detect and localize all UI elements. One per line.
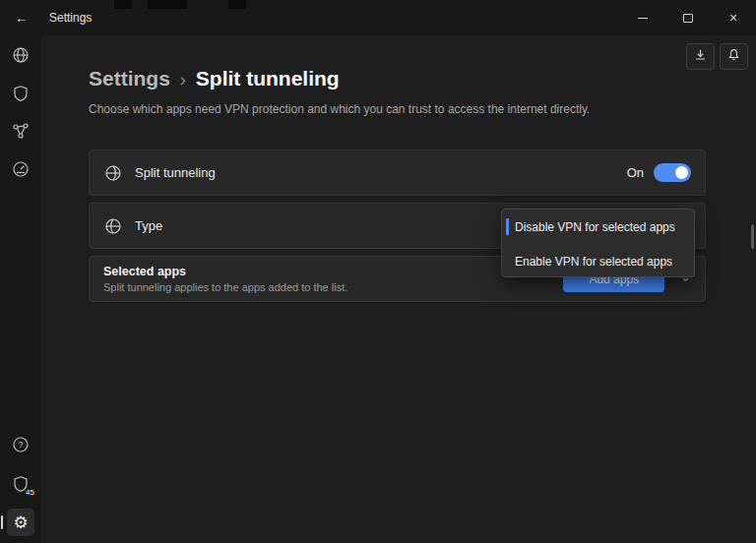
- breadcrumb: Settings › Split tunneling: [89, 67, 340, 90]
- sidebar-item-help[interactable]: ?: [11, 435, 31, 454]
- speedometer-icon: [11, 159, 31, 179]
- download-button[interactable]: [686, 43, 715, 70]
- breadcrumb-settings-link[interactable]: Settings: [89, 67, 170, 90]
- main-content: Settings › Split tunneling Choose which …: [41, 35, 756, 543]
- toggle-knob: [675, 166, 688, 179]
- type-dropdown-menu: Disable VPN for selected apps Enable VPN…: [501, 209, 695, 277]
- split-tunneling-icon: [103, 163, 123, 183]
- shield-badge-icon: 45: [11, 474, 31, 494]
- sidebar-item-vpn[interactable]: [11, 45, 31, 65]
- selected-apps-description: Split tunneling applies to the apps adde…: [103, 281, 347, 293]
- close-icon: ✕: [728, 12, 737, 25]
- minimize-icon: [638, 18, 648, 19]
- page-description: Choose which apps need VPN protection an…: [89, 102, 590, 116]
- sidebar-item-meshnet[interactable]: [11, 121, 31, 141]
- back-arrow-icon: ←: [15, 10, 29, 26]
- sidebar-item-threat-protection[interactable]: [11, 84, 31, 103]
- background-window-fragment: [114, 0, 132, 9]
- split-tunneling-row: Split tunneling On: [89, 150, 706, 196]
- selected-option-indicator: [506, 218, 509, 235]
- meshnet-icon: [11, 121, 31, 141]
- background-window-fragment: [148, 0, 187, 9]
- globe-icon: [11, 45, 31, 65]
- page-title: Split tunneling: [196, 67, 340, 90]
- sidebar: ? 45 ⚙: [0, 35, 41, 543]
- download-icon: [693, 47, 708, 66]
- sidebar-item-settings[interactable]: ⚙: [7, 509, 34, 536]
- breadcrumb-separator: ›: [180, 70, 186, 90]
- header-actions: [686, 43, 748, 70]
- split-tunneling-label: Split tunneling: [135, 165, 216, 180]
- bell-icon: [726, 47, 741, 66]
- split-tunneling-toggle[interactable]: [654, 163, 691, 182]
- svg-text:?: ?: [18, 440, 23, 450]
- help-icon: ?: [11, 435, 31, 454]
- days-badge: 45: [26, 488, 34, 497]
- background-window-fragment: [228, 0, 246, 9]
- dropdown-option-disable-vpn[interactable]: Disable VPN for selected apps: [502, 210, 694, 244]
- dropdown-option-enable-vpn[interactable]: Enable VPN for selected apps: [502, 244, 694, 277]
- selected-apps-title: Selected apps: [103, 265, 347, 278]
- maximize-button[interactable]: [665, 0, 711, 35]
- type-icon: [103, 216, 123, 236]
- scrollbar-thumb[interactable]: [751, 224, 754, 249]
- close-button[interactable]: ✕: [711, 0, 756, 35]
- titlebar: ← Settings ✕: [0, 0, 756, 35]
- window-title: Settings: [49, 11, 92, 25]
- active-item-indicator: [1, 515, 3, 529]
- back-button[interactable]: ←: [4, 0, 39, 35]
- shield-icon: [11, 84, 31, 103]
- dropdown-option-label: Enable VPN for selected apps: [515, 255, 672, 269]
- notifications-button[interactable]: [720, 43, 748, 70]
- minimize-button[interactable]: [620, 0, 665, 35]
- gear-icon: ⚙: [13, 514, 28, 531]
- maximize-icon: [683, 14, 693, 23]
- type-label: Type: [135, 218, 162, 233]
- vpn-settings-window: ← Settings ✕: [0, 0, 756, 543]
- dropdown-option-label: Disable VPN for selected apps: [515, 220, 675, 234]
- window-controls: ✕: [620, 0, 756, 35]
- toggle-state-label: On: [627, 165, 644, 180]
- sidebar-item-subscription[interactable]: 45: [11, 474, 31, 494]
- sidebar-item-speed[interactable]: [11, 159, 31, 179]
